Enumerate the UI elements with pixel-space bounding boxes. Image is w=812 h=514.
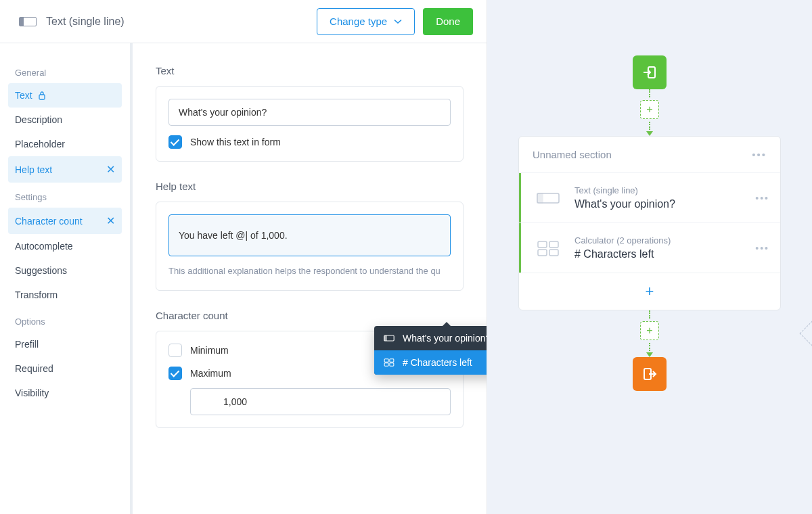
sidebar-item-character-count[interactable]: Character count ✕ bbox=[8, 208, 122, 234]
sidebar-item-text[interactable]: Text bbox=[8, 83, 122, 108]
flow-end-node[interactable] bbox=[633, 357, 667, 391]
chevron-down-icon bbox=[394, 18, 402, 26]
sidebar-item-placeholder[interactable]: Placeholder bbox=[8, 132, 122, 156]
show-in-form-checkbox[interactable] bbox=[168, 135, 182, 149]
minimum-checkbox[interactable] bbox=[168, 344, 182, 357]
sidebar-item-transform[interactable]: Transform bbox=[8, 283, 122, 307]
change-type-label: Change type bbox=[330, 16, 387, 27]
sidebar-item-prefill[interactable]: Prefill bbox=[8, 332, 122, 356]
page-title: Text (single line) bbox=[19, 16, 125, 28]
sidebar-item-label: Autocomplete bbox=[15, 241, 73, 252]
svg-rect-3 bbox=[384, 359, 388, 362]
flow-row-calculator[interactable]: Calculator (2 operations) # Characters l… bbox=[519, 223, 780, 273]
card-add-button[interactable]: + bbox=[519, 273, 780, 310]
sidebar-item-label: Help text bbox=[15, 164, 52, 175]
maximum-input[interactable] bbox=[190, 388, 451, 415]
show-in-form-label: Show this text in form bbox=[190, 137, 281, 147]
calculator-icon bbox=[384, 358, 394, 367]
sidebar-item-suggestions[interactable]: Suggestions bbox=[8, 258, 122, 283]
help-hint-text: This additional explanation helps the re… bbox=[168, 264, 451, 278]
flow-row-text[interactable]: Text (single line) What's your opinion? … bbox=[519, 172, 780, 223]
sidebar-item-description[interactable]: Description bbox=[8, 108, 122, 132]
sidebar-item-label: Visibility bbox=[15, 388, 49, 398]
question-text-input[interactable] bbox=[168, 99, 451, 126]
section-menu-button[interactable]: ••• bbox=[752, 149, 767, 160]
minimum-label: Minimum bbox=[190, 345, 229, 356]
close-icon[interactable]: ✕ bbox=[106, 163, 115, 176]
svg-rect-5 bbox=[384, 363, 388, 366]
sidebar-item-help-text[interactable]: Help text ✕ bbox=[8, 156, 122, 183]
text-field-icon bbox=[536, 189, 560, 207]
sidebar: General Text Description Placeholder Hel… bbox=[0, 43, 133, 514]
sidebar-item-label: Description bbox=[15, 114, 62, 125]
sidebar-head-settings: Settings bbox=[8, 187, 122, 208]
sidebar-item-label: Suggestions bbox=[15, 265, 67, 276]
sidebar-item-label: Text bbox=[15, 90, 32, 101]
flow-row-title: What's your opinion? bbox=[574, 198, 750, 210]
svg-rect-4 bbox=[390, 359, 394, 362]
popup-item-question[interactable]: What's your opinion? bbox=[374, 326, 487, 350]
flow-add-button[interactable]: + bbox=[640, 321, 659, 340]
row-menu-button[interactable]: ••• bbox=[755, 243, 780, 254]
svg-rect-13 bbox=[549, 250, 558, 256]
svg-rect-10 bbox=[538, 241, 547, 248]
sidebar-item-label: Character count bbox=[15, 216, 83, 227]
calculator-icon bbox=[536, 239, 560, 257]
enter-icon bbox=[641, 64, 658, 80]
change-type-button[interactable]: Change type bbox=[317, 8, 415, 35]
popup-item-label: # Characters left bbox=[403, 357, 472, 368]
reference-popup: What's your opinion? # Characters left bbox=[374, 326, 487, 375]
exit-icon bbox=[641, 366, 658, 382]
sidebar-item-label: Placeholder bbox=[15, 139, 65, 149]
flow-canvas[interactable]: + Unnamed section ••• Text (single line)… bbox=[487, 0, 812, 514]
section-text-title: Text bbox=[156, 65, 464, 76]
sidebar-item-autocomplete[interactable]: Autocomplete bbox=[8, 234, 122, 258]
section-card: Unnamed section ••• Text (single line) W… bbox=[518, 136, 781, 310]
maximum-checkbox[interactable] bbox=[168, 367, 182, 380]
section-card-title: Unnamed section bbox=[533, 149, 612, 160]
help-panel: This additional explanation helps the re… bbox=[156, 202, 464, 291]
sidebar-head-options: Options bbox=[8, 311, 122, 332]
done-button[interactable]: Done bbox=[423, 8, 473, 35]
help-text-input[interactable] bbox=[168, 214, 451, 256]
popup-item-label: What's your opinion? bbox=[403, 333, 487, 344]
flow-start-node[interactable] bbox=[633, 55, 667, 89]
close-icon[interactable]: ✕ bbox=[106, 214, 115, 227]
text-field-icon bbox=[384, 334, 394, 342]
svg-rect-2 bbox=[384, 335, 387, 341]
sidebar-item-label: Prefill bbox=[15, 339, 39, 350]
lock-icon bbox=[38, 91, 46, 100]
done-label: Done bbox=[436, 16, 460, 27]
popup-item-characters-left[interactable]: # Characters left bbox=[374, 350, 487, 375]
sidebar-head-general: General bbox=[8, 62, 122, 83]
sidebar-item-required[interactable]: Required bbox=[8, 356, 122, 381]
svg-rect-0 bbox=[39, 95, 45, 99]
text-panel: Show this text in form bbox=[156, 86, 464, 162]
arrow-down-icon bbox=[646, 352, 653, 357]
row-menu-button[interactable]: ••• bbox=[755, 193, 780, 204]
sidebar-item-visibility[interactable]: Visibility bbox=[8, 381, 122, 405]
flow-row-title: # Characters left bbox=[574, 248, 750, 260]
title-text: Text (single line) bbox=[46, 16, 125, 28]
text-field-icon bbox=[19, 17, 37, 26]
svg-rect-11 bbox=[549, 241, 558, 248]
svg-rect-9 bbox=[537, 193, 543, 203]
content-area: Text Show this text in form Help text Th… bbox=[133, 43, 487, 514]
svg-rect-6 bbox=[390, 363, 394, 366]
arrow-down-icon bbox=[646, 131, 653, 136]
flow-add-button[interactable]: + bbox=[640, 100, 659, 119]
section-count-title: Character count bbox=[156, 310, 464, 321]
section-help-title: Help text bbox=[156, 181, 464, 192]
maximum-label: Maximum bbox=[190, 368, 231, 379]
flow-row-type: Text (single line) bbox=[574, 185, 750, 195]
svg-rect-12 bbox=[538, 250, 547, 256]
flow-row-type: Calculator (2 operations) bbox=[574, 235, 750, 246]
sidebar-item-label: Transform bbox=[15, 289, 58, 300]
sidebar-item-label: Required bbox=[15, 363, 53, 374]
